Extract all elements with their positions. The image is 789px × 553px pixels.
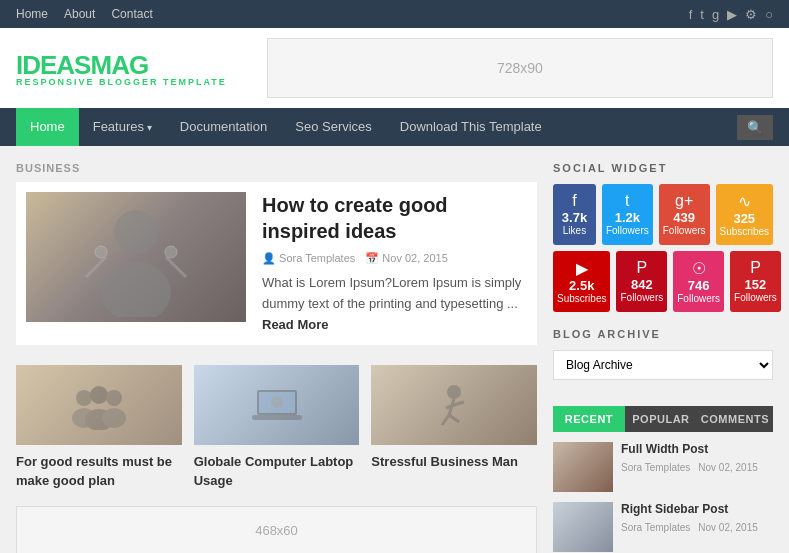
twitter-social-btn[interactable]: t 1.2k Followers	[602, 184, 653, 245]
small-post-3-title: Stressful Business Man	[371, 453, 537, 471]
recent-item-2-meta: Sora Templates Nov 02, 2015	[621, 522, 773, 533]
featured-post-image	[26, 192, 246, 322]
small-post-2-image	[194, 365, 360, 445]
business-section-label: BUSINESS	[16, 162, 537, 174]
svg-line-3	[166, 257, 186, 277]
pin-count: 152	[734, 277, 777, 292]
rss-label: Subscribes	[720, 226, 769, 237]
recent-item-1-meta: Sora Templates Nov 02, 2015	[621, 462, 773, 473]
svg-point-8	[106, 390, 122, 406]
tab-popular[interactable]: POPULAR	[625, 406, 697, 432]
google-plus-icon[interactable]: g	[712, 7, 719, 22]
svg-line-20	[454, 402, 464, 405]
recent-item-1-image	[553, 442, 613, 492]
recent-item-2-image	[553, 502, 613, 552]
tab-comments[interactable]: COMMENTS	[697, 406, 773, 432]
pin-social-btn[interactable]: P 152 Followers	[730, 251, 781, 312]
featured-post-author: Sora Templates	[262, 252, 355, 265]
recent-item-2-title: Right Sidebar Post	[621, 502, 773, 518]
instagram-social-btn[interactable]: ☉ 746 Followers	[673, 251, 724, 312]
blog-archive-select[interactable]: Blog Archive	[553, 350, 773, 380]
pinterest-social-btn[interactable]: P 842 Followers	[616, 251, 667, 312]
nav-download-template[interactable]: Download This Template	[386, 108, 556, 146]
recent-item-1: Full Width Post Sora Templates Nov 02, 2…	[553, 442, 773, 492]
instagram-label: Followers	[677, 293, 720, 304]
blog-archive-section: BLOG ARCHIVE Blog Archive	[553, 328, 773, 390]
svg-point-5	[165, 246, 177, 258]
rss-count: 325	[720, 211, 769, 226]
facebook-count: 3.7k	[557, 210, 592, 225]
nav-documentation[interactable]: Documentation	[166, 108, 281, 146]
read-more-link[interactable]: Read More	[262, 317, 328, 332]
sidebar-tabs: RECENT POPULAR COMMENTS	[553, 406, 773, 432]
svg-line-19	[449, 415, 459, 422]
recent-item-1-author: Sora Templates	[621, 462, 690, 473]
facebook-label: Likes	[557, 225, 592, 236]
nav-contact[interactable]: Contact	[111, 0, 152, 28]
recent-item-2-date: Nov 02, 2015	[698, 522, 758, 533]
featured-post: How to create good inspired ideas Sora T…	[16, 182, 537, 345]
pin-btn-icon: P	[734, 259, 777, 277]
small-post-3: Stressful Business Man	[371, 365, 537, 489]
recent-item-1-title: Full Width Post	[621, 442, 773, 458]
small-posts-grid: For good results must be make good plan …	[16, 365, 537, 489]
youtube-social-btn[interactable]: ▶ 2.5k Subscribes	[553, 251, 610, 312]
recent-item-2: Right Sidebar Post Sora Templates Nov 02…	[553, 502, 773, 552]
svg-point-16	[447, 385, 461, 399]
settings-icon[interactable]: ⚙	[745, 7, 757, 22]
svg-point-15	[271, 396, 283, 408]
search-button[interactable]: 🔍	[737, 115, 773, 140]
circle-icon[interactable]: ○	[765, 7, 773, 22]
nav-features[interactable]: Features	[79, 108, 166, 147]
recent-item-2-content: Right Sidebar Post Sora Templates Nov 02…	[621, 502, 773, 552]
rss-social-btn[interactable]: ∿ 325 Subscribes	[716, 184, 773, 245]
small-post-1-title: For good results must be make good plan	[16, 453, 182, 489]
pinterest-count: 842	[620, 277, 663, 292]
logo-main: IDEAS	[16, 50, 90, 80]
youtube-icon[interactable]: ▶	[727, 7, 737, 22]
facebook-btn-icon: f	[557, 192, 592, 210]
svg-rect-14	[252, 415, 302, 420]
main-nav-links: Home Features Documentation Seo Services…	[16, 108, 737, 147]
svg-point-7	[90, 386, 108, 404]
svg-point-1	[101, 262, 171, 317]
featured-post-meta: Sora Templates Nov 02, 2015	[262, 252, 527, 265]
google-plus-social-btn[interactable]: g+ 439 Followers	[659, 184, 710, 245]
recent-item-2-author: Sora Templates	[621, 522, 690, 533]
twitter-btn-icon: t	[606, 192, 649, 210]
featured-post-content: How to create good inspired ideas Sora T…	[262, 192, 527, 335]
top-nav-links: Home About Contact	[16, 0, 153, 28]
svg-line-2	[86, 257, 106, 277]
small-post-1-image	[16, 365, 182, 445]
recent-item-1-content: Full Width Post Sora Templates Nov 02, 2…	[621, 442, 773, 492]
nav-home[interactable]: Home	[16, 0, 48, 28]
svg-point-11	[102, 408, 126, 428]
twitter-icon[interactable]: t	[700, 7, 704, 22]
google-plus-label: Followers	[663, 225, 706, 236]
instagram-btn-icon: ☉	[677, 259, 720, 278]
nav-about[interactable]: About	[64, 0, 95, 28]
svg-point-4	[95, 246, 107, 258]
top-nav: Home About Contact f t g ▶ ⚙ ○	[0, 0, 789, 28]
logo-accent: MAG	[90, 50, 148, 80]
youtube-btn-icon: ▶	[557, 259, 606, 278]
recent-item-1-date: Nov 02, 2015	[698, 462, 758, 473]
nav-seo-services[interactable]: Seo Services	[281, 108, 386, 146]
nav-search: 🔍	[737, 115, 773, 140]
top-nav-icons: f t g ▶ ⚙ ○	[689, 7, 773, 22]
featured-post-excerpt: What is Lorem Ipsum?Lorem Ipsum is simpl…	[262, 273, 527, 335]
nav-home[interactable]: Home	[16, 108, 79, 146]
logo: IDEASMAG RESPONSIVE BLOGGER TEMPLATE	[16, 50, 227, 87]
social-widget-title: SOCIAL WIDGET	[553, 162, 773, 174]
google-plus-count: 439	[663, 210, 706, 225]
sidebar: SOCIAL WIDGET f 3.7k Likes t 1.2k Follow…	[553, 162, 773, 553]
svg-line-18	[442, 415, 449, 425]
twitter-label: Followers	[606, 225, 649, 236]
google-plus-btn-icon: g+	[663, 192, 706, 210]
facebook-social-btn[interactable]: f 3.7k Likes	[553, 184, 596, 245]
facebook-icon[interactable]: f	[689, 7, 693, 22]
tab-recent[interactable]: RECENT	[553, 406, 625, 432]
twitter-count: 1.2k	[606, 210, 649, 225]
header-ad-banner: 728x90	[267, 38, 773, 98]
svg-point-6	[76, 390, 92, 406]
